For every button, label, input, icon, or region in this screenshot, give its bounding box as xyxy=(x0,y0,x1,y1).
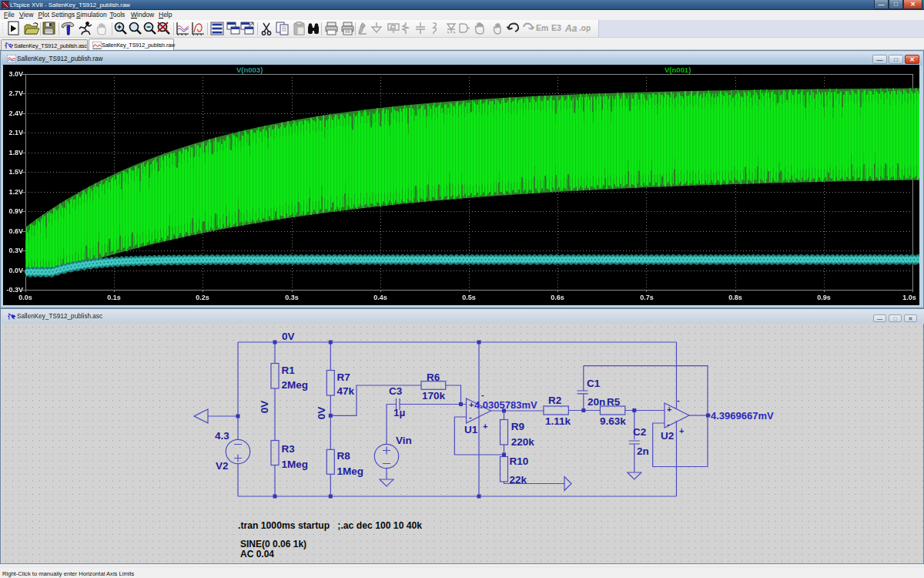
svg-text:SINE(0 0.06 1k): SINE(0 0.06 1k) xyxy=(240,539,306,549)
svg-text:170k: 170k xyxy=(422,390,446,402)
svg-text:R5: R5 xyxy=(607,396,621,408)
svg-text:R6: R6 xyxy=(427,371,440,383)
svg-text:0V: 0V xyxy=(259,401,270,414)
svg-text:R7: R7 xyxy=(337,371,350,383)
svg-text:47k: 47k xyxy=(337,385,355,397)
svg-text:.op: .op xyxy=(579,24,591,32)
svg-text:4.0305783mV: 4.0305783mV xyxy=(474,399,537,411)
svg-text:4.3: 4.3 xyxy=(215,430,229,442)
svg-text:+: + xyxy=(667,405,671,414)
svg-text:22k: 22k xyxy=(510,474,527,486)
svg-text:1Meg: 1Meg xyxy=(282,459,309,470)
svg-text:R3: R3 xyxy=(282,443,296,455)
svg-text:-: - xyxy=(469,412,472,422)
svg-text:V2: V2 xyxy=(216,460,229,472)
svg-text:2n: 2n xyxy=(637,445,649,457)
svg-text:R1: R1 xyxy=(282,365,296,376)
svg-text:0V: 0V xyxy=(282,331,295,342)
svg-text:1Meg: 1Meg xyxy=(337,465,364,477)
svg-text:R9: R9 xyxy=(511,421,524,432)
svg-text:Aa: Aa xyxy=(564,23,578,34)
svg-text:20n: 20n xyxy=(588,396,605,408)
svg-text:-: - xyxy=(667,419,670,428)
svg-text:Em: Em xyxy=(536,23,548,32)
svg-text:Vin: Vin xyxy=(396,435,412,446)
svg-text:+: + xyxy=(483,422,487,431)
svg-text:R8: R8 xyxy=(337,450,351,462)
svg-text:U1: U1 xyxy=(464,424,478,435)
svg-text:2Meg: 2Meg xyxy=(282,379,309,391)
svg-text:220k: 220k xyxy=(511,436,535,448)
svg-text:9.63k: 9.63k xyxy=(600,415,626,427)
svg-text:AC 0.04: AC 0.04 xyxy=(240,549,274,560)
svg-text:+: + xyxy=(469,400,474,409)
svg-text:1µ: 1µ xyxy=(393,407,405,418)
svg-text:E3: E3 xyxy=(551,23,561,32)
svg-text:C1: C1 xyxy=(587,378,601,389)
svg-text:1.11k: 1.11k xyxy=(545,415,571,427)
svg-text:4.3969667mV: 4.3969667mV xyxy=(711,410,774,422)
svg-text:U2: U2 xyxy=(661,430,674,442)
svg-text:R2: R2 xyxy=(548,395,561,406)
svg-text:R10: R10 xyxy=(510,455,529,467)
svg-text:0V: 0V xyxy=(316,407,327,420)
svg-text:C2: C2 xyxy=(633,426,646,438)
svg-text:+: + xyxy=(679,426,684,435)
svg-text:.tran 1000ms startup ;.ac de: .tran 1000ms startup ;.ac dec 100 10 40k xyxy=(238,520,422,531)
svg-text:-: - xyxy=(481,390,484,399)
svg-text:-: - xyxy=(677,395,680,405)
svg-text:C3: C3 xyxy=(389,385,403,397)
